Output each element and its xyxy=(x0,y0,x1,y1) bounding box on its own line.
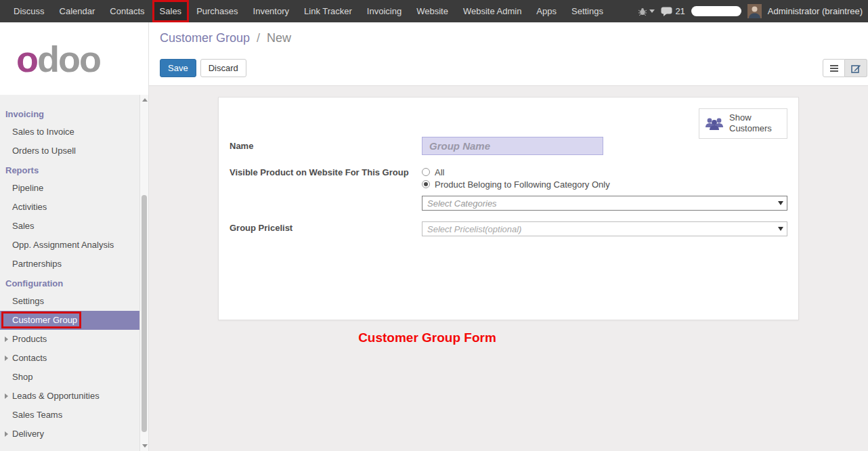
expand-arrow-icon xyxy=(5,356,8,361)
sidebar-item-shop[interactable]: Shop xyxy=(0,368,139,387)
scrollbar-thumb[interactable] xyxy=(142,195,147,432)
sidebar-item-products[interactable]: Products xyxy=(0,330,139,349)
chevron-down-icon xyxy=(649,9,655,13)
menu-heading-reports: Reports xyxy=(0,160,139,179)
discard-button[interactable]: Discard xyxy=(200,59,246,77)
breadcrumb-separator: / xyxy=(257,31,260,45)
sidebar-item-settings[interactable]: Settings xyxy=(0,292,139,311)
radio-checked-icon xyxy=(422,180,430,188)
logo-block: odoo xyxy=(0,22,148,95)
breadcrumb: Customer Group / New xyxy=(149,22,868,45)
breadcrumb-current: New xyxy=(267,31,291,45)
show-customers-label: Show Customers xyxy=(729,112,773,135)
sidebar-item-sales-to-invoice[interactable]: Sales to Invoice xyxy=(0,123,139,142)
sidebar-item-label: Products xyxy=(12,334,47,344)
sidebar-item-contacts[interactable]: Contacts xyxy=(0,349,139,368)
sidebar-item-label: Delivery xyxy=(12,429,44,439)
menu-heading-configuration: Configuration xyxy=(0,274,139,292)
odoo-logo[interactable]: odoo xyxy=(16,41,100,77)
sidebar-item-customer-group[interactable]: Customer Group xyxy=(0,311,139,330)
name-field-cell xyxy=(422,137,787,155)
chat-bubble-icon xyxy=(661,7,672,16)
expand-arrow-icon xyxy=(5,393,8,399)
user-photo xyxy=(747,4,762,18)
categories-select-placeholder: Select Categories xyxy=(427,198,497,209)
categories-select[interactable]: Select Categories xyxy=(422,196,787,211)
bug-icon xyxy=(638,7,647,16)
save-button[interactable]: Save xyxy=(160,59,196,77)
sidebar-item-sales-teams[interactable]: Sales Teams xyxy=(0,406,139,425)
view-switcher xyxy=(823,59,867,77)
form-view-content: Show Customers Name Visible Product on W… xyxy=(149,86,868,451)
name-label: Name xyxy=(230,137,422,155)
expand-arrow-icon xyxy=(5,337,8,342)
sidebar-item-label: Customer Group xyxy=(12,315,77,325)
nav-apps[interactable]: Apps xyxy=(529,0,564,22)
list-view-button[interactable] xyxy=(823,59,845,77)
nav-calendar[interactable]: Calendar xyxy=(52,0,103,22)
radio-option-all[interactable]: All xyxy=(422,166,787,178)
dropdown-caret-icon xyxy=(778,227,783,231)
pricelist-select-placeholder: Select Pricelist(optional) xyxy=(427,224,521,234)
app-sidebar: odoo Invoicing Sales to Invoice Orders t… xyxy=(0,22,149,451)
nav-purchases[interactable]: Purchases xyxy=(189,0,245,22)
sidebar-item-leads-opportunities[interactable]: Leads & Opportunities xyxy=(0,387,139,406)
radio-label: Product Beloging to Following Category O… xyxy=(435,179,610,190)
sidebar-scrollbar[interactable] xyxy=(139,95,148,451)
nav-inventory[interactable]: Inventory xyxy=(246,0,297,22)
edit-form-icon xyxy=(851,64,861,73)
breadcrumb-parent-link[interactable]: Customer Group xyxy=(160,31,250,45)
nav-link-tracker[interactable]: Link Tracker xyxy=(297,0,360,22)
customers-group-icon xyxy=(705,116,724,131)
top-navbar: Discuss Calendar Contacts Sales Purchase… xyxy=(0,0,868,22)
sidebar-menu: Invoicing Sales to Invoice Orders to Ups… xyxy=(0,95,139,451)
form-view-button[interactable] xyxy=(845,59,867,77)
radio-label: All xyxy=(435,167,444,177)
sidebar-item-opp-assignment-analysis[interactable]: Opp. Assignment Analysis xyxy=(0,236,139,255)
menu-heading-invoicing: Invoicing xyxy=(0,104,139,123)
sidebar-item-label: Contacts xyxy=(12,353,47,363)
main-area: Customer Group / New Save Discard xyxy=(149,22,868,451)
timer-widget[interactable] xyxy=(691,6,741,16)
nav-discuss[interactable]: Discuss xyxy=(6,0,52,22)
nav-website-admin[interactable]: Website Admin xyxy=(456,0,529,22)
sidebar-item-pipeline[interactable]: Pipeline xyxy=(0,179,139,198)
nav-settings[interactable]: Settings xyxy=(564,0,611,22)
nav-contacts[interactable]: Contacts xyxy=(102,0,152,22)
list-icon xyxy=(829,64,839,72)
pricelist-label: Group Pricelist xyxy=(230,221,422,236)
sidebar-item-partnerships[interactable]: Partnerships xyxy=(0,255,139,274)
nav-sales[interactable]: Sales xyxy=(152,0,190,22)
messages-button[interactable]: 21 xyxy=(661,6,685,16)
pricelist-select[interactable]: Select Pricelist(optional) xyxy=(422,221,787,236)
sidebar-item-sales[interactable]: Sales xyxy=(0,217,139,236)
sidebar-item-orders-to-upsell[interactable]: Orders to Upsell xyxy=(0,142,139,160)
nav-invoicing[interactable]: Invoicing xyxy=(360,0,409,22)
visibility-field-cell: All Product Beloging to Following Catego… xyxy=(422,166,787,211)
pricelist-field-cell: Select Pricelist(optional) xyxy=(422,221,787,236)
debug-menu-icon[interactable] xyxy=(638,7,655,16)
control-panel: Customer Group / New Save Discard xyxy=(149,22,868,86)
sidebar-item-activities[interactable]: Activities xyxy=(0,198,139,217)
form-fields: Name Visible Product on Website For This… xyxy=(230,137,787,236)
scroll-down-icon[interactable] xyxy=(142,444,148,448)
visibility-label: Visible Product on Website For This Grou… xyxy=(230,166,422,211)
annotation-caption: Customer Group Form xyxy=(149,330,868,345)
user-menu[interactable]: Administrator (braintree) xyxy=(768,6,863,16)
form-sheet: Show Customers Name Visible Product on W… xyxy=(218,97,799,320)
nav-website[interactable]: Website xyxy=(409,0,456,22)
sidebar-item-label: Leads & Opportunities xyxy=(12,391,100,401)
avatar[interactable] xyxy=(747,4,762,18)
messages-count: 21 xyxy=(675,6,685,16)
topbar-right-tools: 21 Administrator (braintree) xyxy=(638,0,868,22)
radio-icon xyxy=(422,168,430,176)
expand-arrow-icon xyxy=(5,431,8,437)
group-name-input[interactable] xyxy=(422,137,603,155)
form-buttons: Save Discard xyxy=(160,59,246,77)
sidebar-item-delivery[interactable]: Delivery xyxy=(0,425,139,444)
show-customers-button[interactable]: Show Customers xyxy=(699,108,787,139)
dropdown-caret-icon xyxy=(778,201,783,205)
radio-option-category[interactable]: Product Beloging to Following Category O… xyxy=(422,178,787,190)
scroll-up-icon[interactable] xyxy=(142,98,148,102)
